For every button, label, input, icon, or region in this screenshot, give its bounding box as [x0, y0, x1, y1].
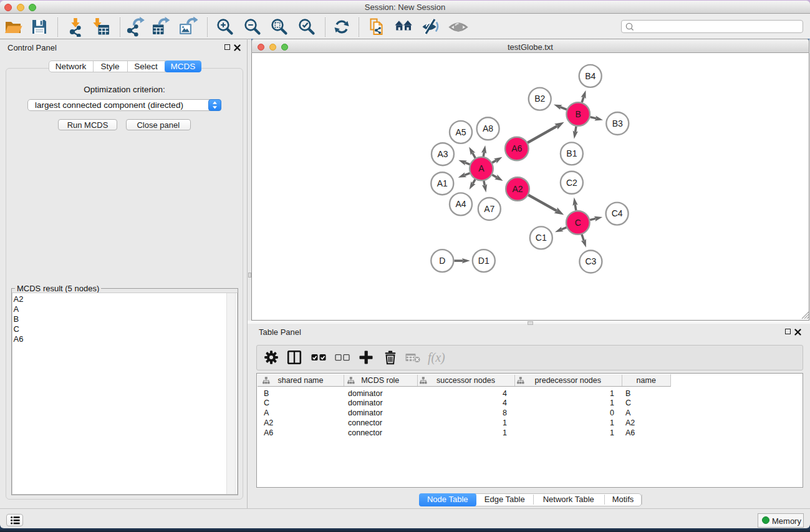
svg-text:B2: B2 [534, 94, 545, 104]
svg-text:A8: A8 [483, 123, 493, 133]
svg-text:B3: B3 [612, 118, 623, 128]
svg-text:C2: C2 [566, 178, 577, 188]
svg-text:A3: A3 [437, 149, 448, 159]
svg-text:C1: C1 [536, 233, 547, 243]
svg-text:A5: A5 [455, 127, 466, 137]
svg-text:A1: A1 [437, 178, 448, 188]
svg-text:C: C [575, 218, 581, 228]
svg-text:B4: B4 [585, 71, 595, 81]
svg-text:A6: A6 [511, 143, 522, 153]
svg-text:B1: B1 [566, 148, 577, 158]
svg-text:A7: A7 [484, 204, 494, 214]
svg-text:A4: A4 [455, 199, 466, 209]
svg-text:C3: C3 [585, 256, 596, 266]
svg-text:A2: A2 [512, 184, 523, 194]
svg-text:D: D [439, 256, 445, 266]
svg-text:C4: C4 [612, 208, 623, 218]
svg-text:D1: D1 [478, 256, 489, 266]
svg-text:A: A [478, 163, 485, 173]
svg-text:B: B [576, 109, 581, 119]
